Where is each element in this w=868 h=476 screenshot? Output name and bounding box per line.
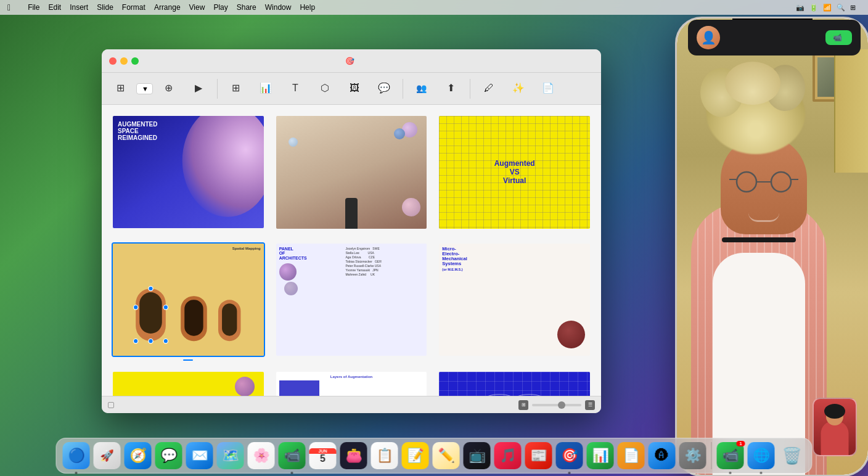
toolbar-collaboration[interactable]: 👥: [408, 81, 435, 97]
slide-item-3[interactable]: AugmentedVSVirtual: [438, 115, 591, 232]
dock-notes[interactable]: 📝: [402, 442, 429, 469]
list-view-btn[interactable]: ☰: [585, 400, 595, 410]
menu-slide[interactable]: Slide: [97, 3, 113, 12]
menu-edit[interactable]: Edit: [48, 3, 61, 12]
sphere4: [289, 137, 298, 147]
smile: [748, 213, 779, 222]
menu-insert[interactable]: Insert: [70, 3, 88, 12]
slide-item-8[interactable]: Layers of Augmentation 8: [275, 371, 428, 396]
keynote-window: 🎯 ⊞ ▼ ⊕ ▶ ⊞ 📊 T: [102, 49, 601, 413]
menu-share[interactable]: Share: [237, 3, 256, 12]
toolbar-shape[interactable]: ⬡: [311, 80, 338, 97]
blob2: [284, 282, 298, 295]
doc-icon: 🎯: [345, 57, 354, 65]
dock: 🔵 🚀 🧭 💬 ✉️ 🗺️ 🌸 📹 JUN 5 👛 📋: [56, 438, 813, 474]
dock-pages[interactable]: 📄: [618, 442, 645, 469]
close-button[interactable]: [109, 57, 117, 65]
document-icon: 📄: [542, 82, 554, 94]
dock-music[interactable]: 🎵: [494, 442, 522, 469]
menu-format[interactable]: Format: [122, 3, 145, 12]
dock-reminders[interactable]: 📋: [371, 442, 398, 469]
slide6-sphere: [557, 321, 585, 348]
dock-trash[interactable]: 🗑️: [779, 442, 806, 469]
dock-mail[interactable]: ✉️: [186, 442, 213, 469]
collaboration-icon: 👥: [416, 83, 427, 93]
svg-point-8: [149, 286, 153, 290]
sphere3: [402, 198, 420, 216]
toolbar-comment[interactable]: 💬: [371, 80, 398, 97]
slide-item-6[interactable]: Micro-Electro-MechanicalSystems(or M.E.M…: [438, 242, 591, 361]
slide-item-5[interactable]: PANELOFARCHITECTS Jocelyn Engstrom SWE S…: [275, 242, 428, 361]
camera-icon: 📷: [796, 4, 805, 12]
menubar:  File Edit Insert Slide Format Arrange …: [0, 0, 868, 15]
dock-maps[interactable]: 🗺️: [217, 442, 244, 469]
menu-help[interactable]: Help: [300, 3, 315, 12]
fullscreen-button[interactable]: [131, 57, 139, 65]
dock-finder[interactable]: 🔵: [63, 442, 90, 469]
toolbar-view[interactable]: ⊞: [107, 80, 134, 97]
iphone-frame: 📹: [677, 18, 868, 475]
dock-wallet[interactable]: 👛: [340, 442, 367, 469]
toolbar-media[interactable]: 🖼: [341, 80, 368, 97]
dock-launchpad[interactable]: 🚀: [94, 442, 121, 469]
dock-numbers[interactable]: 📊: [587, 442, 614, 469]
toolbar-format[interactable]: 🖊: [475, 80, 502, 97]
keynote-active-dot: [568, 472, 571, 474]
toolbar-share[interactable]: ⬆: [438, 80, 465, 97]
slide-item-2[interactable]: [275, 115, 428, 232]
dock-system-prefs[interactable]: ⚙️: [679, 442, 706, 469]
menu-view[interactable]: View: [189, 3, 205, 12]
sphere2: [394, 128, 405, 139]
toolbar-table[interactable]: ⊞: [223, 80, 250, 97]
dock-calendar[interactable]: JUN 5: [309, 442, 337, 469]
dock-freeform[interactable]: ✏️: [433, 442, 460, 469]
zoom-slider[interactable]: [532, 404, 581, 406]
menu-window[interactable]: Window: [265, 3, 292, 12]
wifi-icon: 📶: [823, 4, 832, 12]
dock-globe[interactable]: 🌐: [748, 442, 775, 469]
grid-view-btn[interactable]: ⊞: [518, 400, 528, 410]
facetime-switch-button[interactable]: 📹: [825, 30, 852, 45]
search-icon[interactable]: 🔍: [837, 4, 845, 12]
keynote-toolbar: ⊞ ▼ ⊕ ▶ ⊞ 📊 T ⬡: [102, 73, 601, 105]
dock-safari[interactable]: 🧭: [125, 442, 152, 469]
dock-messages[interactable]: 💬: [155, 442, 182, 469]
svg-point-6: [134, 305, 138, 309]
menu-file[interactable]: File: [28, 3, 39, 12]
slide-item-1[interactable]: AUGMENTEDSPACEREIMAGINED: [112, 115, 265, 232]
minimize-button[interactable]: [120, 57, 128, 65]
battery-icon: 🔋: [809, 4, 818, 12]
menu-arrange[interactable]: Arrange: [154, 3, 181, 12]
toolbar-play[interactable]: ▶: [185, 80, 212, 97]
blob1: [279, 263, 297, 281]
dock-facetime2[interactable]: 📹 1: [717, 442, 744, 469]
slide-item-7[interactable]: AUGO 7: [112, 371, 265, 396]
slide8-rect: [279, 380, 320, 396]
toolbar-animate[interactable]: ✨: [505, 80, 532, 97]
dock-keynote[interactable]: 🎯: [556, 442, 583, 469]
toolbar-chart[interactable]: 📊: [252, 80, 279, 97]
slide-num-4: [183, 359, 193, 361]
apple-menu[interactable]: : [7, 2, 10, 12]
dock-news[interactable]: 📰: [525, 442, 552, 469]
dock-facetime[interactable]: 📹: [279, 442, 306, 469]
toolbar-document[interactable]: 📄: [534, 80, 562, 97]
menu-play[interactable]: Play: [213, 3, 227, 12]
toolbar-add-slide[interactable]: ⊕: [155, 80, 182, 97]
dock-appstore[interactable]: 🅐: [649, 442, 676, 469]
cabinet: [834, 49, 868, 173]
dock-tv[interactable]: 📺: [464, 442, 491, 469]
hide-skipped-label[interactable]: [108, 402, 117, 408]
dock-photos[interactable]: 🌸: [248, 442, 275, 469]
toolbar-text[interactable]: T: [282, 80, 309, 97]
person-silhouette: [345, 198, 358, 229]
control-center-icon[interactable]: ⊞: [850, 4, 856, 12]
toolbar-sep3: [470, 79, 470, 99]
slide-item-4[interactable]: Spatial Mapping: [112, 242, 265, 361]
hide-skipped-checkbox[interactable]: [108, 402, 114, 408]
traffic-lights: [109, 57, 139, 65]
toolbar-zoom[interactable]: ▼: [136, 83, 153, 94]
slide-item-9[interactable]: PHYSICAL AUGMENTED VIRTUAL 9: [438, 371, 591, 396]
share-icon: ⬆: [447, 82, 455, 94]
zoom-slider-thumb: [558, 401, 565, 409]
